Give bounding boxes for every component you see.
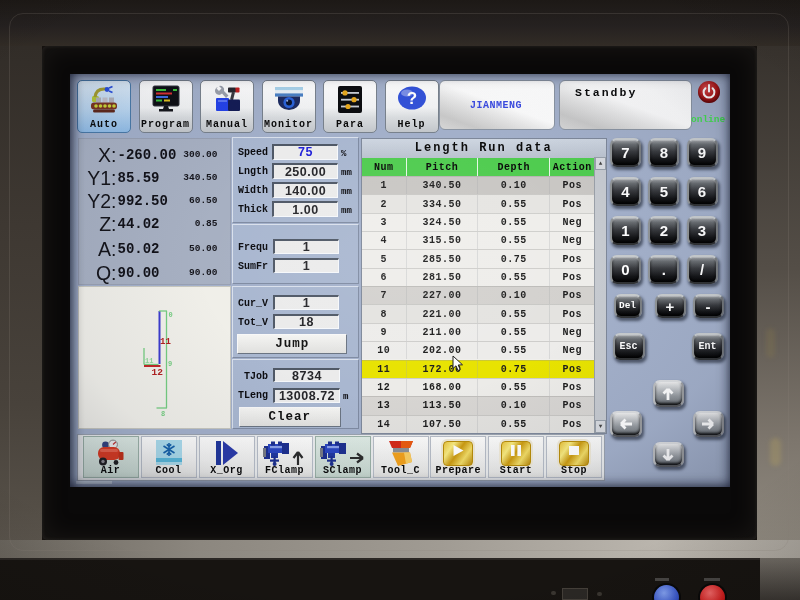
svg-text:12: 12 xyxy=(151,367,163,378)
svg-text:?: ? xyxy=(406,89,416,108)
svg-text:9: 9 xyxy=(168,360,172,368)
svg-text:11: 11 xyxy=(145,357,153,365)
svg-text:8: 8 xyxy=(161,410,165,418)
svg-text:0: 0 xyxy=(168,311,172,319)
svg-text:11: 11 xyxy=(160,337,171,347)
